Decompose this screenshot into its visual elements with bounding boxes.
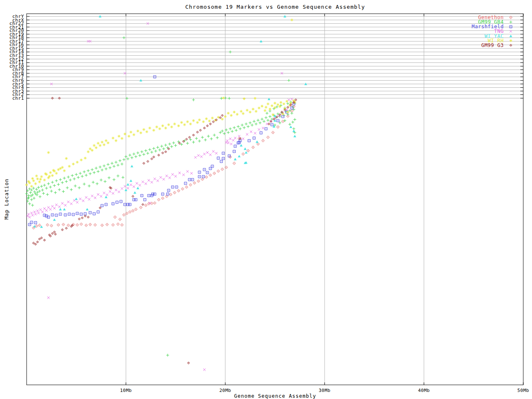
series-wi-rh — [25, 19, 296, 188]
data-points-outline — [25, 36, 296, 357]
legend-marker-icon — [510, 27, 511, 27]
plot-border — [27, 14, 523, 385]
data-points-outline — [32, 105, 295, 229]
x-tick-label: 40Mb — [418, 388, 430, 393]
series-gm99-g3 — [32, 97, 297, 364]
data-points-fill — [33, 106, 294, 228]
x-tick-label: 30Mb — [319, 388, 331, 393]
legend-label: GM99 G3 — [481, 42, 504, 48]
gridlines — [27, 14, 523, 385]
series-wi-yac — [33, 15, 307, 228]
x-tick-label: 20Mb — [219, 388, 232, 393]
chromosome-row-labels: chrYchrXchr22chr21chr20chr19chr18chr17ch… — [9, 14, 24, 101]
data-points-outline — [32, 97, 297, 364]
legend-marker-icon — [510, 45, 511, 45]
x-tick-labels: 10Mb20Mb30Mb40Mb50Mb — [120, 388, 530, 393]
legend-marker-icon — [510, 39, 512, 42]
x-tick-label: 50Mb — [517, 388, 530, 393]
data-points-fill — [33, 15, 307, 228]
series-tng — [27, 22, 295, 371]
series-genethon — [32, 105, 295, 229]
legend-item-marshfield: Marshfield — [472, 24, 512, 30]
legend-item-gm99-g3: GM99 G3 — [481, 42, 512, 48]
data-points-outline — [27, 22, 295, 371]
chromosome-label: chr1 — [12, 96, 25, 101]
legend-marker-icon — [510, 21, 512, 24]
chart-page: Chromosome 19 Markers vs Genome Sequence… — [0, 0, 532, 399]
series-gm99-gb4 — [25, 36, 296, 357]
data-points-outline — [25, 19, 296, 188]
x-tick-label: 10Mb — [120, 388, 132, 393]
data-points-fill — [33, 98, 296, 363]
legend-marker-icon — [510, 34, 512, 37]
legend: GenethonGM99 GB4MarshfieldTNGWI YACWI RH… — [472, 15, 512, 48]
scatter-plot-svg: chrYchrXchr22chr21chr20chr19chr18chr17ch… — [0, 0, 532, 399]
axis-ticks — [27, 14, 523, 385]
legend-marker-icon — [510, 17, 511, 17]
